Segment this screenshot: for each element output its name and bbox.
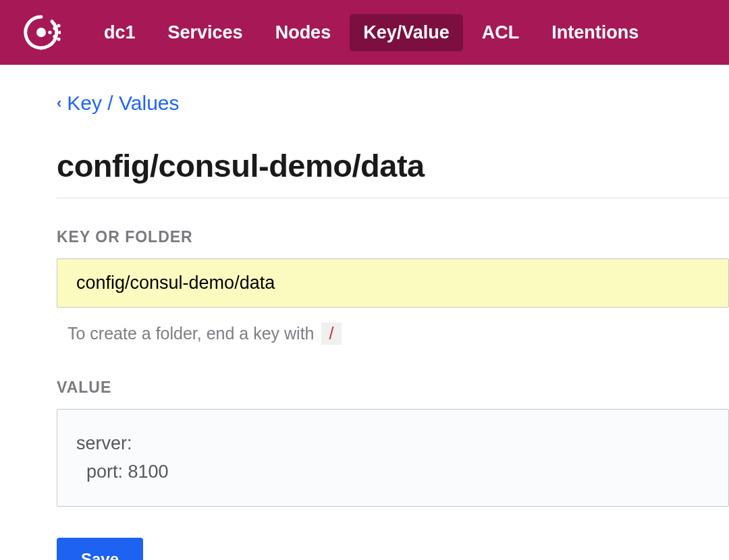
main-content: ‹ Key / Values config/consul-demo/data K…	[0, 65, 729, 560]
nav-intentions[interactable]: Intentions	[538, 14, 652, 51]
svg-point-6	[57, 37, 60, 40]
value-textarea[interactable]: server: port: 8100	[57, 409, 729, 507]
breadcrumb: ‹ Key / Values	[57, 92, 729, 115]
svg-point-4	[57, 24, 60, 27]
folder-hint-code: /	[321, 323, 342, 345]
page-title: config/consul-demo/data	[57, 147, 729, 198]
svg-point-3	[53, 34, 56, 38]
svg-point-2	[53, 26, 56, 30]
nav-acl[interactable]: ACL	[468, 14, 533, 51]
consul-logo-icon	[22, 13, 61, 52]
nav-nodes[interactable]: Nodes	[262, 14, 345, 51]
datacenter-selector[interactable]: dc1	[90, 14, 149, 51]
svg-point-1	[48, 30, 51, 34]
folder-hint: To create a folder, end a key with /	[57, 323, 729, 345]
key-input[interactable]	[57, 258, 729, 308]
svg-point-5	[58, 30, 61, 34]
nav-key-value[interactable]: Key/Value	[350, 14, 463, 51]
top-nav-bar: dc1 Services Nodes Key/Value ACL Intenti…	[0, 0, 729, 65]
key-field-label: KEY OR FOLDER	[57, 228, 729, 246]
save-button[interactable]: Save	[57, 538, 143, 560]
folder-hint-text: To create a folder, end a key with	[68, 324, 315, 343]
nav-items: dc1 Services Nodes Key/Value ACL Intenti…	[90, 14, 652, 51]
chevron-left-icon: ‹	[57, 94, 61, 112]
value-field-label: VALUE	[57, 379, 729, 397]
svg-point-0	[36, 28, 46, 37]
breadcrumb-link-key-values[interactable]: Key / Values	[67, 92, 179, 115]
nav-services[interactable]: Services	[155, 14, 256, 51]
